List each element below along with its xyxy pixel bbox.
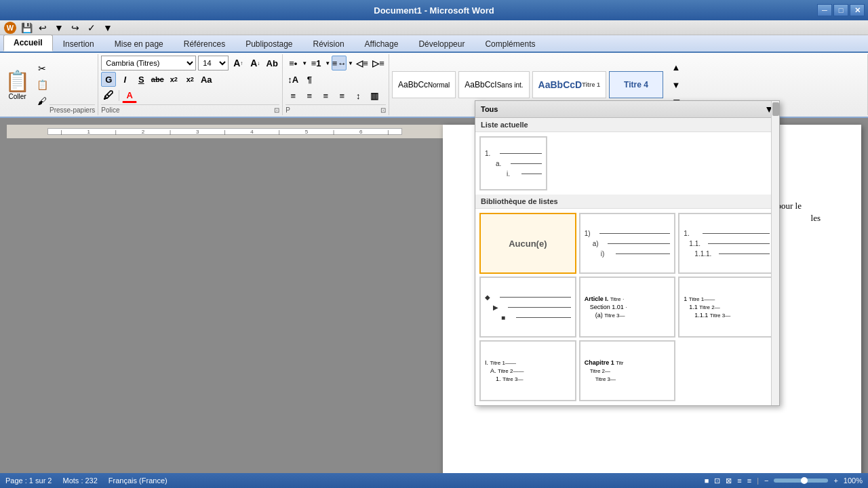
font-size-select[interactable]: 14 [198,56,229,70]
status-bar: Page : 1 sur 2 Mots : 232 Français (Fran… [0,473,868,488]
highlight-button[interactable]: 🖊 [101,88,116,103]
italic-button[interactable]: I [117,72,132,87]
para-group-label: P [285,106,290,114]
para-row2: ↕A ¶ [285,72,386,87]
clipboard-group: 📋 Coller ✂ 📋 🖌 Presse-papiers [0,54,98,115]
undo-button[interactable]: ↩ [36,22,50,34]
outdent-button[interactable]: ◁≡ [355,56,370,70]
save-button[interactable]: 💾 [20,22,33,34]
undo-dropdown[interactable]: ▼ [52,22,66,34]
status-right: ■ ⊡ ⊠ ≡ ≡ | − + 100% [705,476,863,485]
customize-qa-button[interactable]: ▼ [101,22,115,34]
clear-format-button[interactable]: Ab [264,56,279,70]
tab-complements[interactable]: Compléments [475,36,545,52]
font-row1: Cambria (Titres) 14 A↑ A↓ Ab [101,56,279,70]
window-controls: ─ □ ✕ [817,4,865,16]
superscript-button[interactable]: x2 [182,72,197,87]
current-line-3: i. [485,170,542,178]
style-heading4[interactable]: Titre 4 [609,71,663,98]
align-center-button[interactable]: ≡ [302,88,317,103]
library-item-symbol[interactable]: ◆ ▶ ■ [479,277,576,338]
bold-button[interactable]: G [101,72,116,87]
library-item-roman[interactable]: I. Titre 1—— A. Titre 2—— 1. Titre 3— [479,340,576,401]
styles-scroll-down[interactable]: ▼ [669,77,684,92]
justify-button[interactable]: ≡ [334,88,349,103]
numbered-dropdown[interactable]: ▼ [325,60,330,66]
spell-check-button[interactable]: ✓ [85,22,98,34]
show-marks-button[interactable]: ¶ [302,72,317,87]
office-button[interactable]: W [3,22,17,34]
view-web-btn[interactable]: ⊠ [726,476,732,485]
view-normal-btn[interactable]: ■ [705,476,709,485]
current-list-section: 1. a. i. [475,132,779,195]
font-grow-button[interactable]: A↑ [231,56,245,70]
current-line-1: 1. [485,150,542,157]
font-color-button[interactable]: A [122,88,137,103]
library-grid: Aucun(e) 1) a) i) 1. 1.1. 1.1.1. ◆ ▶ ■ A… [475,209,779,405]
strikethrough-button[interactable]: abc [150,72,165,87]
bullets-dropdown[interactable]: ▼ [302,60,307,66]
para-group-expand[interactable]: ⊡ [380,106,386,114]
subscript-button[interactable]: x2 [166,72,181,87]
line-spacing-button[interactable]: ↕ [351,88,366,103]
clipboard-small-buttons: ✂ 📋 🖌 [35,61,50,108]
font-family-select[interactable]: Cambria (Titres) [101,56,196,70]
tab-publipostage[interactable]: Publipostage [235,36,302,52]
bullets-button[interactable]: ≡• [285,56,300,70]
svg-text:W: W [7,23,14,31]
redo-button[interactable]: ↪ [68,22,82,34]
shading-button[interactable]: ▥ [367,88,382,103]
multilevel-dropdown[interactable]: ▼ [348,60,353,66]
tab-revision[interactable]: Révision [303,36,355,52]
copy-button[interactable]: 📋 [35,77,50,92]
library-item-none[interactable]: Aucun(e) [479,213,576,274]
zoom-slider[interactable] [774,479,828,483]
library-item-alpha[interactable]: 1) a) i) [579,213,676,274]
zoom-out-btn[interactable]: − [764,476,768,485]
maximize-button[interactable]: □ [833,4,848,16]
library-item-chapitre[interactable]: Chapitre 1 Titr Titre 2— Titre 3— [579,340,676,401]
font-group-expand[interactable]: ⊡ [274,106,279,114]
underline-button[interactable]: S [134,72,149,87]
tab-mise-en-page[interactable]: Mise en page [104,36,174,52]
cut-button[interactable]: ✂ [35,61,50,76]
library-item-heading-decimal[interactable]: 1 Titre 1—— 1.1 Titre 2— 1.1.1 Titre 3— [678,277,775,338]
font-row2: G I S abc x2 x2 Aa [101,72,279,87]
view-draft-btn[interactable]: ≡ [747,476,751,485]
align-left-button[interactable]: ≡ [285,88,300,103]
view-layout-btn[interactable]: ⊡ [714,476,720,485]
tab-references[interactable]: Références [174,36,235,52]
list-dropdown-panel: Tous ▼ Liste actuelle 1. a. i. Bibliothè… [475,100,780,406]
view-outline-btn[interactable]: ≡ [737,476,741,485]
tab-developpeur[interactable]: Développeur [408,36,475,52]
tab-affichage[interactable]: Affichage [355,36,409,52]
style-normal[interactable]: AaBbCcNormal [392,71,456,98]
numbered-button[interactable]: ≡1 [309,56,323,70]
change-case-button[interactable]: Aa [199,72,214,87]
app-title: Document1 - Microsoft Word [374,5,494,16]
para-row1: ≡• ▼ ≡1 ▼ ≡↔ ▼ ◁≡ ▷≡ [285,56,386,70]
paragraph-group: ≡• ▼ ≡1 ▼ ≡↔ ▼ ◁≡ ▷≡ ↕A ¶ ≡ ≡ ≡ ≡ ↕ ▥ P … [283,54,389,115]
close-button[interactable]: ✕ [850,4,865,16]
minimize-button[interactable]: ─ [817,4,832,16]
dropdown-scrollbar[interactable] [771,101,779,405]
word-count: Mots : 232 [63,476,98,485]
sort-button[interactable]: ↕A [285,72,300,87]
zoom-in-btn[interactable]: + [833,476,837,485]
multilevel-button[interactable]: ≡↔ [332,56,347,70]
align-right-button[interactable]: ≡ [318,88,333,103]
paste-button[interactable]: 📋 Coller [3,67,32,102]
format-paint-button[interactable]: 🖌 [35,94,50,108]
zoom-level[interactable]: 100% [844,476,863,485]
style-no-spacing[interactable]: AaBbCcISans int. [458,71,529,98]
style-heading1[interactable]: AaBbCcDTitre 1 [532,71,606,98]
styles-scroll-up[interactable]: ▲ [669,60,684,75]
tab-accueil[interactable]: Accueil [3,35,53,52]
tab-insertion[interactable]: Insertion [53,36,104,52]
font-group: Cambria (Titres) 14 A↑ A↓ Ab G I S abc x… [98,54,283,115]
current-list-item[interactable]: 1. a. i. [479,136,547,190]
indent-button[interactable]: ▷≡ [371,56,386,70]
library-item-decimal[interactable]: 1. 1.1. 1.1.1. [678,213,775,274]
font-shrink-button[interactable]: A↓ [248,56,262,70]
library-item-article[interactable]: Article I. Titre · Section 1.01 · (a) Ti… [579,277,676,338]
